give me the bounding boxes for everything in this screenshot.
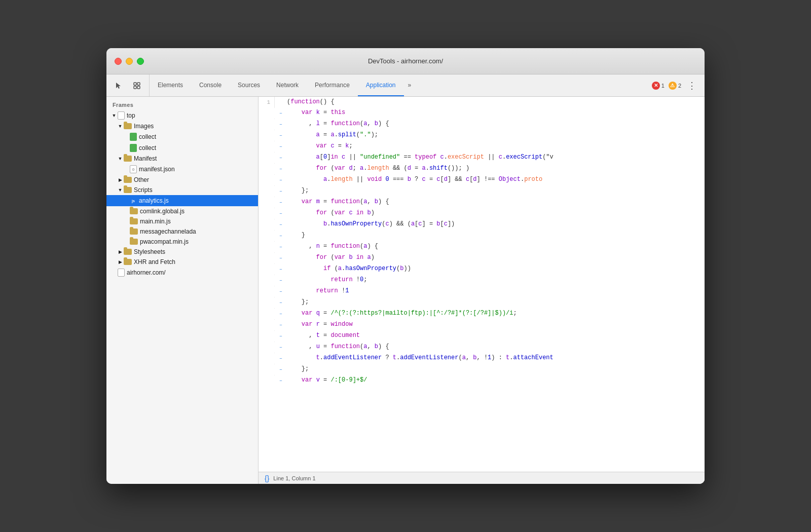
code-line-15: – for (var b in a) <box>259 252 705 263</box>
code-line-2: – var k = this <box>259 107 705 119</box>
code-line-24: – t.addEventListener ? t.addEventListene… <box>259 353 705 364</box>
sidebar-item-scripts[interactable]: ▼ Scripts <box>106 185 258 195</box>
sidebar-item-collect2[interactable]: collect <box>106 142 258 154</box>
minimize-button[interactable] <box>126 58 133 65</box>
devtools-window: DevTools - airhorner.com/ Elements <box>106 48 705 484</box>
sidebar-item-messagechannel[interactable]: messagechanneladа <box>106 226 258 237</box>
sidebar-item-main[interactable]: main.min.js <box>106 216 258 226</box>
json-icon: {} <box>130 165 137 173</box>
tab-network[interactable]: Network <box>268 74 307 96</box>
tab-elements[interactable]: Elements <box>150 74 191 96</box>
code-line-12: – b.hasOwnProperty(c) && (a[c] = b[c]) <box>259 219 705 230</box>
tree-label-collect1: collect <box>139 133 258 140</box>
folder-icon-stylesheets <box>124 249 132 255</box>
page-icon <box>118 111 125 120</box>
more-options-button[interactable]: ⋮ <box>685 80 698 91</box>
svg-rect-0 <box>134 83 136 85</box>
sidebar-item-manifest-json[interactable]: {} manifest.json <box>106 164 258 175</box>
toolbar-right: ✕ 1 ⚠ 2 ⋮ <box>646 74 705 96</box>
sidebar-item-images[interactable]: ▼ Images <box>106 121 258 131</box>
svg-rect-3 <box>137 86 140 89</box>
sidebar: Frames ▼ top ▼ Images collect col <box>106 97 259 484</box>
tree-label-main: main.min.js <box>140 218 258 225</box>
warning-badge: ⚠ 2 <box>669 82 681 90</box>
code-line-9: – }; <box>259 185 705 197</box>
sidebar-item-stylesheets[interactable]: ▶ Stylesheets <box>106 247 258 257</box>
folder-icon-messagechannel <box>130 229 138 235</box>
sidebar-item-top[interactable]: ▼ top <box>106 110 258 121</box>
code-line-7: – for (var d; a.length && (d = a.shift()… <box>259 163 705 174</box>
inspect-icon[interactable] <box>129 78 145 94</box>
tree-label-stylesheets: Stylesheets <box>134 248 258 255</box>
tabs: Elements Console Sources Network Perform… <box>150 74 646 96</box>
code-panel: 1 (function() { – var k = this – , l = f… <box>259 97 705 484</box>
code-line-26: – var v = /:[0-9]+$/ <box>259 375 705 386</box>
code-line-5: – var c = k; <box>259 141 705 152</box>
error-count: 1 <box>661 83 665 89</box>
tree-label-analytics: analytics.js <box>139 197 258 204</box>
chevron-manifest: ▼ <box>117 155 124 162</box>
code-line-23: – , u = function(a, b) { <box>259 341 705 353</box>
sidebar-item-comlink[interactable]: comlink.global.js <box>106 206 258 216</box>
sidebar-item-collect1[interactable]: collect <box>106 131 258 142</box>
folder-icon-main <box>130 218 138 224</box>
svg-rect-1 <box>137 83 140 85</box>
tree-label-images: Images <box>134 123 258 130</box>
chevron-stylesheets: ▶ <box>117 248 124 255</box>
cursor-position: Line 1, Column 1 <box>273 475 315 481</box>
code-line-4: – a = a.split("."); <box>259 130 705 141</box>
code-line-10: – var m = function(a, b) { <box>259 197 705 208</box>
sidebar-item-xhr[interactable]: ▶ XHR and Fetch <box>106 257 258 267</box>
maximize-button[interactable] <box>137 58 144 65</box>
folder-icon-pwacompat <box>130 239 138 245</box>
code-line-3: – , l = function(a, b) { <box>259 119 705 130</box>
sidebar-item-pwacompat[interactable]: pwacompat.min.js <box>106 237 258 247</box>
sidebar-item-manifest[interactable]: ▼ Manifest <box>106 154 258 164</box>
code-line-13: – } <box>259 230 705 241</box>
folder-icon-other <box>124 177 132 183</box>
tab-more[interactable]: » <box>404 74 416 96</box>
code-line-21: – var r = window <box>259 319 705 330</box>
tree-label-manifest: Manifest <box>134 155 258 162</box>
code-line-14: – , n = function(a) { <box>259 241 705 252</box>
tree-label-manifest-json: manifest.json <box>139 166 258 173</box>
code-line-6: – a[0]in c || "undefined" == typeof c.ex… <box>259 152 705 163</box>
error-icon: ✕ <box>652 82 660 90</box>
sidebar-item-airhorner[interactable]: airhorner.com/ <box>106 267 258 278</box>
window-title: DevTools - airhorner.com/ <box>368 57 443 65</box>
svg-rect-2 <box>134 86 136 89</box>
chevron-xhr: ▶ <box>117 258 124 265</box>
code-line-25: – }; <box>259 364 705 375</box>
format-icon[interactable]: {} <box>265 474 269 482</box>
sidebar-item-other[interactable]: ▶ Other <box>106 175 258 185</box>
code-line-20: – var q = /^(?:(?:https?|mailto|ftp):|[^… <box>259 308 705 319</box>
code-editor[interactable]: 1 (function() { – var k = this – , l = f… <box>259 97 705 472</box>
tab-sources[interactable]: Sources <box>230 74 268 96</box>
folder-icon-images <box>124 123 132 129</box>
tree-label-pwacompat: pwacompat.min.js <box>140 238 258 245</box>
chevron-scripts: ▼ <box>117 186 124 194</box>
tab-console[interactable]: Console <box>191 74 230 96</box>
code-line-8: – a.length || void 0 === b ? c = c[d] &&… <box>259 174 705 185</box>
tree-label-airhorner: airhorner.com/ <box>127 269 258 276</box>
folder-icon-comlink <box>130 208 138 214</box>
status-bar: {} Line 1, Column 1 <box>259 472 705 484</box>
chevron-other: ▶ <box>117 176 124 183</box>
code-line-17: – return !0; <box>259 275 705 286</box>
toolbar: Elements Console Sources Network Perform… <box>106 74 705 97</box>
close-button[interactable] <box>115 58 122 65</box>
tree-label-scripts: Scripts <box>134 186 258 194</box>
tab-application[interactable]: Application <box>358 74 404 96</box>
tree-label-messagechannel: messagechanneladа <box>140 228 258 235</box>
tree-label-comlink: comlink.global.js <box>140 208 258 215</box>
sidebar-item-analytics[interactable]: js analytics.js <box>106 195 258 206</box>
traffic-lights <box>115 58 144 65</box>
error-badge: ✕ 1 <box>652 82 665 90</box>
chevron-top: ▼ <box>110 112 118 119</box>
cursor-icon[interactable] <box>110 78 127 94</box>
tree-label-top: top <box>127 112 258 119</box>
code-line-11: – for (var c in b) <box>259 208 705 219</box>
folder-icon-scripts <box>124 187 132 193</box>
tab-performance[interactable]: Performance <box>307 74 358 96</box>
sidebar-section-frames: Frames <box>106 97 258 110</box>
